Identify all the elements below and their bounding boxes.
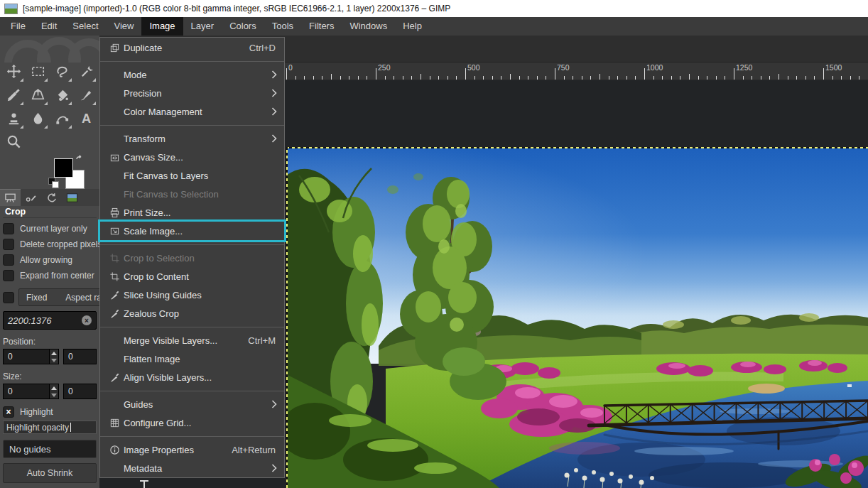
- checkbox-label: Delete cropped pixels: [20, 239, 99, 249]
- stray-ui-fragment: [143, 480, 145, 488]
- dock-tab-device-status[interactable]: [21, 189, 41, 206]
- menu-item-fit-canvas-to-layers[interactable]: Fit Canvas to Layers: [100, 166, 284, 185]
- knife-icon: [107, 290, 121, 300]
- allow-growing-checkbox[interactable]: [3, 254, 14, 266]
- menu-item-precision[interactable]: Precision: [100, 84, 284, 102]
- clear-input-icon[interactable]: ×: [82, 315, 92, 325]
- expand-from-center-checkbox[interactable]: [3, 270, 14, 281]
- position-x-input[interactable]: 0: [3, 349, 49, 364]
- menu-item-color-management[interactable]: Color Management: [100, 102, 284, 121]
- menubar-tools[interactable]: Tools: [264, 17, 301, 36]
- menubar-file[interactable]: File: [3, 17, 33, 36]
- menu-item-duplicate[interactable]: DuplicateCtrl+D: [100, 38, 284, 57]
- move-tool[interactable]: [1, 60, 26, 83]
- menu-item-label: Flatten Image: [124, 354, 284, 364]
- menu-item-flatten-image[interactable]: Flatten Image: [100, 349, 284, 368]
- aspect-ratio-dropdown[interactable]: Aspect ratio: [65, 293, 99, 303]
- menubar-layer[interactable]: Layer: [183, 17, 222, 36]
- size-y-input[interactable]: 0: [63, 384, 97, 399]
- fixed-checkbox[interactable]: [3, 292, 14, 303]
- menu-separator: [100, 240, 284, 249]
- swap-colors-icon[interactable]: [74, 155, 87, 166]
- paintbrush-tool[interactable]: [74, 83, 98, 107]
- option-allow-growing[interactable]: Allow growing: [3, 254, 97, 266]
- fixed-frame[interactable]: Fixed Aspect ratio: [18, 288, 99, 306]
- crop-tool[interactable]: [1, 83, 26, 107]
- aspect-ratio-input[interactable]: 2200:1376 ×: [3, 311, 97, 330]
- current-layer-only-checkbox[interactable]: [3, 223, 14, 234]
- option-delete-cropped-pixels[interactable]: Delete cropped pixels: [3, 238, 97, 251]
- menu-item-align-visible-layers[interactable]: Align Visible Layers...: [100, 368, 284, 386]
- ruler-tick: [367, 76, 367, 80]
- size-spinner[interactable]: [49, 384, 59, 399]
- delete-cropped-pixels-checkbox[interactable]: [3, 239, 14, 250]
- highlight-label: Highlight: [20, 407, 53, 417]
- menubar-edit[interactable]: Edit: [33, 17, 65, 36]
- menubar-select[interactable]: Select: [65, 17, 106, 36]
- menu-item-metadata[interactable]: Metadata: [100, 459, 284, 477]
- menu-item-crop-to-content[interactable]: Crop to Content: [100, 267, 284, 286]
- scale-icon: [107, 226, 121, 237]
- rectangle-select-tool[interactable]: [26, 60, 50, 83]
- aspect-ratio-value[interactable]: 2200:1376: [8, 315, 51, 326]
- menu-item-zealous-crop[interactable]: Zealous Crop: [100, 304, 284, 322]
- smudge-tool[interactable]: [26, 107, 50, 130]
- menu-item-merge-visible-layers[interactable]: Merge Visible Layers...Ctrl+M: [100, 331, 284, 349]
- paths-tool[interactable]: [50, 107, 74, 130]
- menu-item-canvas-size[interactable]: Canvas Size...: [100, 148, 284, 166]
- menubar-help[interactable]: Help: [395, 17, 430, 36]
- menubar-colors[interactable]: Colors: [222, 17, 264, 36]
- ruler-tick: [474, 76, 475, 80]
- size-x-input[interactable]: 0: [3, 384, 49, 399]
- menu-item-scale-image[interactable]: Scale Image...: [100, 222, 284, 240]
- menu-item-transform[interactable]: Transform: [100, 129, 284, 148]
- menu-item-slice-using-guides[interactable]: Slice Using Guides: [100, 286, 284, 304]
- dock-tab-image[interactable]: [62, 189, 82, 206]
- ruler-tick: [430, 76, 430, 80]
- image-canvas[interactable]: [286, 147, 868, 488]
- paths-tool-icon: [54, 110, 70, 126]
- menubar-windows[interactable]: Windows: [342, 17, 395, 36]
- position-y-input[interactable]: 0: [63, 349, 97, 364]
- menu-item-label: Merge Visible Layers...: [124, 335, 248, 346]
- zoom-tool[interactable]: [1, 130, 26, 153]
- ruler-label: 750: [557, 63, 570, 72]
- dock-tab-tool-options[interactable]: [0, 189, 21, 206]
- ruler-tick: [725, 76, 725, 80]
- highlight-checkbox[interactable]: ×: [3, 406, 14, 418]
- position-spinner[interactable]: [49, 349, 59, 364]
- menubar-view[interactable]: View: [107, 17, 142, 36]
- menu-item-image-properties[interactable]: Image PropertiesAlt+Return: [100, 440, 284, 459]
- highlight-opacity-slider[interactable]: Highlight opacity: [3, 421, 97, 434]
- clone-tool[interactable]: [1, 107, 26, 130]
- fuzzy-select-tool[interactable]: [74, 60, 98, 83]
- menu-item-label: Zealous Crop: [124, 308, 284, 319]
- menu-item-mode[interactable]: Mode: [100, 65, 284, 84]
- foreground-color-swatch[interactable]: [54, 158, 73, 178]
- checkbox-label: Current layer only: [20, 224, 87, 234]
- menubar-filters[interactable]: Filters: [301, 17, 342, 36]
- menu-item-label: Image Properties: [124, 445, 232, 455]
- color-selector[interactable]: [48, 155, 95, 192]
- tool-options-panel: Crop Current layer onlyDelete cropped pi…: [0, 206, 99, 488]
- menu-item-label: Guides: [124, 399, 271, 410]
- ruler-label: 1250: [736, 63, 752, 72]
- option-current-layer-only[interactable]: Current layer only: [3, 222, 97, 235]
- menu-item-configure-grid[interactable]: Configure Grid...: [100, 413, 284, 432]
- bucket-fill-tool[interactable]: [50, 83, 74, 107]
- transform-tool[interactable]: [26, 83, 50, 107]
- option-expand-from-center[interactable]: Expand from center: [3, 269, 97, 282]
- ruler-tick: [653, 76, 654, 80]
- guides-dropdown[interactable]: No guides: [3, 440, 97, 458]
- text-tool[interactable]: A: [74, 107, 98, 130]
- menubar-image[interactable]: Image: [141, 17, 183, 36]
- fixed-aspect-row[interactable]: Fixed Aspect ratio: [3, 288, 97, 307]
- menu-item-fit-canvas-to-selection: Fit Canvas to Selection: [100, 185, 284, 203]
- menu-item-print-size[interactable]: Print Size...: [100, 203, 284, 222]
- highlight-row[interactable]: × Highlight: [3, 406, 97, 418]
- ruler-tick: [644, 68, 645, 80]
- menu-item-guides[interactable]: Guides: [100, 395, 284, 413]
- auto-shrink-button[interactable]: Auto Shrink: [3, 463, 97, 483]
- free-select-tool[interactable]: [50, 60, 74, 83]
- dock-tab-undo-history[interactable]: [41, 189, 62, 206]
